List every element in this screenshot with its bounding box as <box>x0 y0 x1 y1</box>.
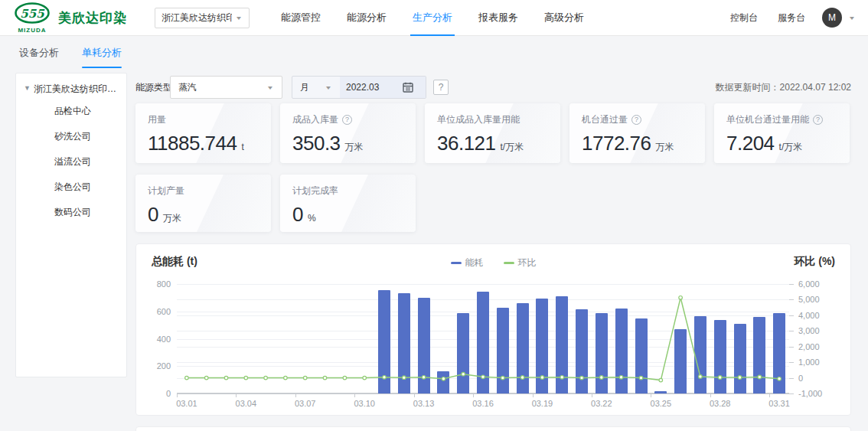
tree-collapse-caret-icon[interactable]: ▼ <box>24 84 31 92</box>
stat-card-value: 11885.744 <box>148 132 237 155</box>
analysis-tabs: 设备分析单耗分析 <box>19 46 145 68</box>
tree-root-node[interactable]: ▼ 浙江美欣达纺织印染科技印... <box>24 83 122 96</box>
x-axis-label-03.31: 03.31 <box>768 399 790 408</box>
stat-card-计划产量: 计划产量0万米 <box>135 175 271 232</box>
question-circle-icon[interactable]: ? <box>813 115 823 125</box>
nav-item-高级分析[interactable]: 高级分析 <box>531 0 597 36</box>
ring-ratio-line <box>177 284 789 393</box>
brand: 555 MIZUDA 美欣达印染 <box>14 2 127 34</box>
y-axis-right-tick-label: 6,000 <box>798 279 820 289</box>
legend-swatch-icon <box>451 262 462 264</box>
y-axis-right-tick <box>789 347 794 348</box>
stat-card-label: 用量 <box>148 113 259 126</box>
y-axis-right-tick-label: -1,000 <box>798 389 822 398</box>
stat-card-value: 7.204 <box>726 132 775 155</box>
nav-item-生产分析[interactable]: 生产分析 <box>400 0 465 36</box>
chart-legend: 能耗环比 <box>136 256 850 269</box>
y-axis-right-tick-label: 2,000 <box>798 342 820 351</box>
tree-item-染色公司[interactable]: 染色公司 <box>54 175 122 200</box>
period-select[interactable]: 月 ▼ <box>292 81 340 94</box>
stat-card-单位成品入库量用能: 单位成品入库量用能36.121t/万米 <box>425 103 560 163</box>
stat-card-value: 0 <box>292 203 303 227</box>
console-link[interactable]: 控制台 <box>730 11 758 24</box>
stat-value-row: 0% <box>292 203 403 227</box>
stat-card-unit: t/万米 <box>779 141 803 154</box>
x-axis-label-03.10: 03.10 <box>354 399 375 408</box>
next-panel-edge <box>135 426 851 431</box>
date-value: 2022.03 <box>346 82 379 93</box>
stat-value-row: 7.204t/万米 <box>726 132 837 155</box>
legend-item-能耗[interactable]: 能耗 <box>451 256 484 269</box>
page-root: 555 MIZUDA 美欣达印染 浙江美欣达纺织印... ▼ 能源管控能源分析生… <box>0 0 868 431</box>
tab-单耗分析[interactable]: 单耗分析 <box>82 46 122 68</box>
y-axis-right-tick <box>789 331 794 331</box>
stat-card-value: 0 <box>148 203 158 227</box>
x-axis-tick <box>592 394 592 397</box>
tree-item-品检中心[interactable]: 品检中心 <box>54 99 122 124</box>
x-axis-tick <box>651 394 651 397</box>
stat-card-label: 计划产量 <box>148 184 259 198</box>
nav-item-报表服务[interactable]: 报表服务 <box>465 0 531 36</box>
nav-item-能源管控[interactable]: 能源管控 <box>268 0 334 36</box>
y-axis-right-tick <box>789 315 794 316</box>
x-axis-label-03.19: 03.19 <box>532 399 553 408</box>
stat-card-label: 单位成品入库量用能 <box>437 113 548 126</box>
date-picker-group[interactable]: 月 ▼ 2022.03 <box>292 76 426 99</box>
brand-name: 美欣达印染 <box>58 9 127 27</box>
x-axis-label-03.16: 03.16 <box>472 399 494 408</box>
user-menu-chevron-icon[interactable]: ▼ <box>848 15 856 21</box>
x-axis-label-03.13: 03.13 <box>413 399 435 408</box>
main-nav: 能源管控能源分析生产分析报表服务高级分析 <box>268 0 597 36</box>
tree-item-溢流公司[interactable]: 溢流公司 <box>54 149 122 175</box>
tab-设备分析[interactable]: 设备分析 <box>19 46 59 68</box>
energy-type-value: 蒸汽 <box>178 81 263 94</box>
y-axis-right-tick <box>789 284 794 285</box>
org-selector-dropdown[interactable]: 浙江美欣达纺织印... ▼ <box>155 8 250 28</box>
data-update-time: 数据更新时间：2022.04.07 12:02 <box>716 76 851 99</box>
stat-value-row: 11885.744t <box>148 132 259 155</box>
stat-value-row: 36.121t/万米 <box>437 132 548 155</box>
tree-item-数码公司[interactable]: 数码公司 <box>54 200 122 225</box>
x-axis-tick <box>236 394 237 397</box>
calendar-icon[interactable] <box>403 82 413 93</box>
y-axis-right-tick-label: 3,000 <box>798 326 820 335</box>
logo-wordmark: MIZUDA <box>14 27 51 34</box>
stat-card-unit: t/万米 <box>501 141 524 154</box>
org-selector-value: 浙江美欣达纺织印... <box>162 11 232 24</box>
stat-card-unit: 万米 <box>655 141 674 154</box>
x-axis-tick <box>414 394 415 397</box>
energy-chart-card: 总能耗 (t) 能耗环比 环比 (%) 80060040020006,0005,… <box>135 243 851 416</box>
stat-card-unit: t <box>241 142 243 152</box>
y-axis-right-tick-label: 5,000 <box>798 295 820 304</box>
legend-item-环比[interactable]: 环比 <box>504 256 537 269</box>
x-axis-label-03.22: 03.22 <box>591 399 612 408</box>
mizuda-logo-icon: 555 MIZUDA <box>14 2 51 34</box>
x-axis-tick <box>710 394 711 397</box>
chevron-down-icon: ▼ <box>266 84 274 90</box>
y-axis-right-tick-label: 0 <box>798 374 803 383</box>
date-input[interactable]: 2022.03 <box>340 77 426 98</box>
x-axis-tick <box>177 394 178 397</box>
x-axis-tick <box>295 394 296 397</box>
question-circle-icon[interactable]: ? <box>342 115 352 125</box>
chart-plot-area[interactable] <box>177 284 789 393</box>
legend-label: 环比 <box>518 256 537 269</box>
stat-value-row: 0万米 <box>148 203 259 227</box>
stat-card-unit: 万米 <box>163 212 181 225</box>
question-circle-icon[interactable]: ? <box>631 115 641 125</box>
x-axis-label-03.04: 03.04 <box>236 399 257 408</box>
y-axis-left-tick-label: 600 <box>145 307 171 316</box>
tree-item-砂洗公司[interactable]: 砂洗公司 <box>54 124 122 149</box>
legend-swatch-icon <box>504 262 514 264</box>
svg-text:555: 555 <box>20 7 45 21</box>
service-desk-link[interactable]: 服务台 <box>778 11 805 24</box>
nav-item-能源分析[interactable]: 能源分析 <box>334 0 400 36</box>
x-axis-label-03.25: 03.25 <box>651 399 672 408</box>
help-button[interactable]: ? <box>433 80 449 95</box>
energy-type-label: 能源类型: <box>135 76 175 99</box>
user-avatar[interactable]: M <box>822 8 842 28</box>
energy-type-select[interactable]: 蒸汽 ▼ <box>170 76 282 99</box>
tree-children: 品检中心砂洗公司溢流公司染色公司数码公司 <box>54 99 122 225</box>
stat-card-value: 36.121 <box>437 132 496 155</box>
y-axis-left-tick-label: 0 <box>145 389 171 398</box>
